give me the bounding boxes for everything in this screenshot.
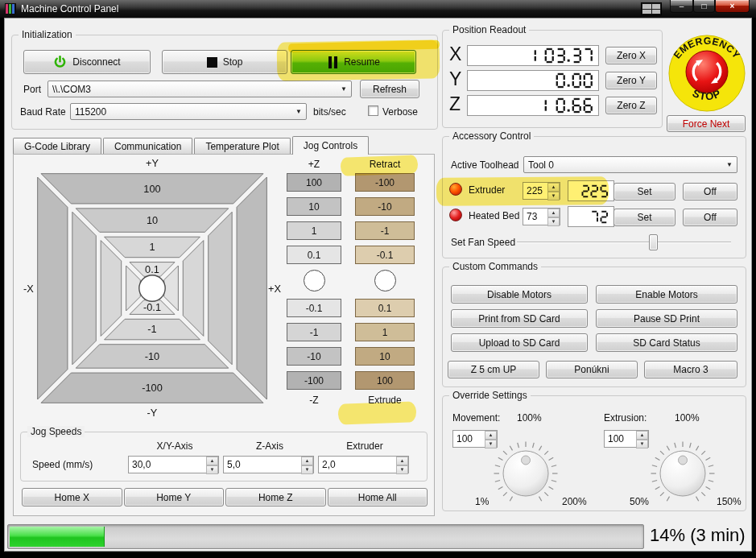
- baud-rate-combobox[interactable]: 115200 ▼: [70, 103, 307, 120]
- jog-pad-x-minus-3[interactable]: [126, 266, 141, 311]
- stop-icon: [207, 57, 217, 68]
- spin-down-icon[interactable]: ▼: [547, 192, 560, 200]
- emergency-stop-button[interactable]: EMERGENCY STOP: [667, 33, 747, 114]
- jog-pad-x-minus-0[interactable]: [38, 177, 68, 399]
- close-button[interactable]: ×: [715, 0, 750, 13]
- jog-pad-x-plus-2[interactable]: [183, 241, 204, 337]
- jog-e-button-100[interactable]: 100: [355, 371, 415, 390]
- extruder-set-label: Set: [637, 186, 651, 197]
- extruder-off-button[interactable]: Off: [683, 183, 737, 200]
- jog-pad-x-plus-0[interactable]: [237, 177, 266, 399]
- extruder-off-label: Off: [704, 186, 717, 197]
- spin-up-icon[interactable]: ▲: [206, 457, 218, 465]
- fan-slider-track[interactable]: [517, 242, 731, 243]
- spin-down-icon[interactable]: ▼: [547, 217, 560, 226]
- zero-z-button[interactable]: Zero Z: [605, 97, 657, 114]
- macro-2-button[interactable]: Ponúkni: [546, 361, 638, 378]
- upload-to-sd-button[interactable]: Upload to SD Card: [451, 333, 588, 352]
- extrusion-spinner[interactable]: 100 ▲▼: [604, 430, 649, 448]
- jog-z-button--0.1[interactable]: -0.1: [287, 299, 341, 317]
- jog-e-button--0.1[interactable]: -0.1: [355, 246, 415, 264]
- title-bar[interactable]: Machine Control Panel – □ ×: [0, 0, 756, 18]
- jog-e-button--1[interactable]: -1: [355, 221, 415, 240]
- tab-jog-controls[interactable]: Jog Controls: [292, 136, 369, 155]
- jog-axis-plus-x-label: +X: [268, 283, 281, 295]
- tab-temperature-plot[interactable]: Temperature Plot: [194, 138, 290, 155]
- spin-down-icon[interactable]: ▼: [396, 465, 408, 474]
- pause-sd-print-button[interactable]: Pause SD Print: [596, 309, 737, 328]
- grid-icon[interactable]: [641, 2, 662, 15]
- zero-x-button[interactable]: Zero X: [605, 47, 657, 64]
- jog-pad[interactable]: 100-10010-101-10.1-0.1+Y-Y-X+X: [22, 158, 283, 419]
- spin-up-icon[interactable]: ▲: [301, 457, 313, 465]
- spin-down-icon[interactable]: ▼: [206, 465, 218, 474]
- force-next-button[interactable]: Force Next: [667, 115, 746, 132]
- spin-up-icon[interactable]: ▲: [547, 209, 560, 217]
- jog-z-button--10[interactable]: -10: [287, 347, 341, 366]
- jog-z-center[interactable]: [304, 270, 325, 291]
- speed-z-spinner[interactable]: 5,0 ▲▼: [223, 456, 314, 473]
- macro-3-button[interactable]: Macro 3: [644, 361, 737, 378]
- zero-y-button[interactable]: Zero Y: [605, 72, 657, 89]
- spin-up-icon[interactable]: ▲: [396, 457, 408, 465]
- jog-e-button-10[interactable]: 10: [355, 347, 415, 366]
- movement-knob[interactable]: [487, 433, 564, 510]
- override-settings-group: Override Settings Movement: 100% 100 ▲▼ …: [442, 395, 746, 511]
- port-combobox[interactable]: \\.\COM3 ▼: [48, 81, 352, 97]
- jog-z-button--1[interactable]: -1: [287, 323, 341, 341]
- jog-e-center[interactable]: [374, 270, 396, 291]
- refresh-button[interactable]: Refresh: [360, 80, 419, 98]
- active-toolhead-combobox[interactable]: Tool 0 ▼: [523, 156, 737, 173]
- home-x-button[interactable]: Home X: [22, 488, 122, 506]
- verbose-checkbox[interactable]: [368, 105, 378, 116]
- enable-motors-button[interactable]: Enable Motors: [596, 285, 737, 304]
- disconnect-button[interactable]: Disconnect: [23, 50, 151, 74]
- spin-down-icon[interactable]: ▼: [301, 465, 313, 474]
- speed-extruder-spinner[interactable]: 2,0 ▲▼: [318, 456, 409, 473]
- jog-e-button--100[interactable]: -100: [355, 173, 415, 192]
- macro-3-label: Macro 3: [673, 364, 708, 375]
- extruder-target-spinner[interactable]: 225 ▲▼: [523, 182, 560, 200]
- print-from-sd-button[interactable]: Print from SD Card: [451, 309, 588, 328]
- jog-speeds-legend: Jog Speeds: [27, 426, 85, 437]
- sd-card-status-button[interactable]: SD Card Status: [596, 333, 737, 352]
- jog-extruder-column: Retract-100-10-1-0.10.1110100Extrude: [355, 159, 415, 409]
- extruder-set-button[interactable]: Set: [613, 183, 675, 200]
- jog-e-button-1[interactable]: 1: [355, 323, 415, 341]
- maximize-button[interactable]: □: [693, 0, 715, 13]
- home-z-button[interactable]: Home Z: [225, 488, 326, 506]
- speed-xy-spinner[interactable]: 30,0 ▲▼: [128, 456, 219, 473]
- jog-z-button--100[interactable]: -100: [287, 371, 341, 390]
- verbose-label: Verbose: [382, 106, 418, 118]
- jog-e-button--10[interactable]: -10: [355, 197, 415, 216]
- spin-up-icon[interactable]: ▲: [547, 183, 560, 192]
- tab-communication[interactable]: Communication: [103, 138, 192, 155]
- jog-pad-x-minus-2[interactable]: [101, 241, 122, 337]
- jog-e-button-0.1[interactable]: 0.1: [355, 299, 415, 317]
- resume-button[interactable]: Resume: [291, 50, 416, 74]
- heated-bed-target-spinner[interactable]: 73 ▲▼: [523, 208, 560, 225]
- jog-axis-minus-x-label: -X: [23, 283, 34, 295]
- jog-pad-center[interactable]: [139, 275, 165, 301]
- jog-z-button-0.1[interactable]: 0.1: [287, 246, 341, 264]
- macro-1-button[interactable]: Z 5 cm UP: [448, 361, 539, 378]
- resume-label: Resume: [344, 56, 380, 68]
- home-all-button[interactable]: Home All: [328, 488, 428, 506]
- minimize-button[interactable]: –: [670, 0, 693, 13]
- extrusion-knob[interactable]: [644, 433, 721, 510]
- tab-gcode-library[interactable]: G-Code Library: [13, 138, 101, 155]
- jog-pad-x-minus-1[interactable]: [72, 212, 96, 364]
- jog-z-button-10[interactable]: 10: [287, 197, 341, 216]
- heated-bed-set-button[interactable]: Set: [613, 209, 675, 226]
- heated-bed-off-button[interactable]: Off: [683, 209, 737, 226]
- jog-pad-x-plus-1[interactable]: [209, 212, 232, 364]
- fan-slider-thumb[interactable]: [649, 234, 658, 250]
- jog-z-button-100[interactable]: 100: [287, 173, 341, 192]
- home-y-button[interactable]: Home Y: [124, 488, 225, 506]
- jog-controls-panel: 100-10010-101-10.1-0.1+Y-Y-X+X +Z1001010…: [13, 154, 435, 516]
- jog-z-button-1[interactable]: 1: [287, 221, 341, 240]
- extrusion-max-label: 150%: [717, 496, 742, 507]
- jog-pad-x-plus-3[interactable]: [164, 266, 179, 311]
- disable-motors-button[interactable]: Disable Motors: [451, 285, 588, 304]
- stop-button[interactable]: Stop: [162, 50, 287, 74]
